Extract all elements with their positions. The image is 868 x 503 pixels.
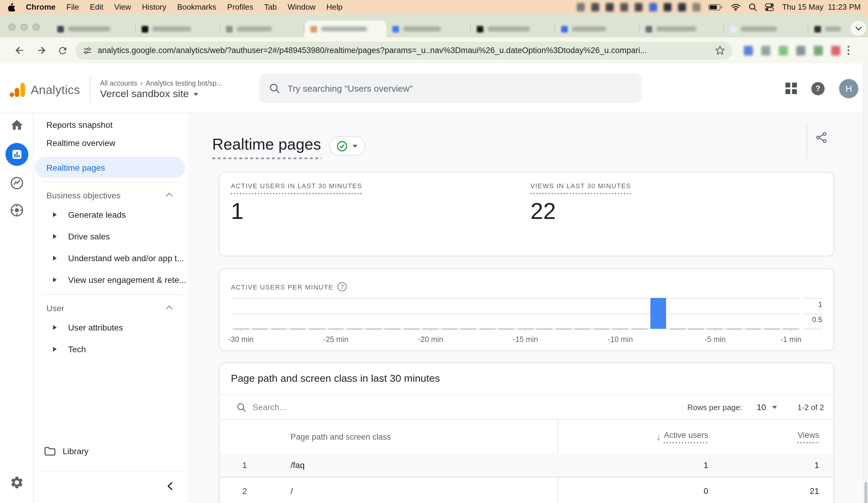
- column-header-page-path[interactable]: Page path and screen class: [267, 432, 558, 441]
- site-settings-icon[interactable]: [83, 45, 92, 55]
- apps-grid-icon[interactable]: [785, 83, 797, 94]
- column-header-active-users[interactable]: ↓ Active users: [558, 430, 708, 443]
- tab[interactable]: [220, 21, 304, 38]
- status-icon[interactable]: [635, 3, 643, 11]
- extension-icon[interactable]: [796, 45, 805, 55]
- status-icon[interactable]: [650, 3, 657, 11]
- status-icon[interactable]: [592, 3, 599, 11]
- scrollbar-track[interactable]: [863, 63, 868, 503]
- tab[interactable]: [724, 21, 808, 38]
- menu-item-profiles[interactable]: Profiles: [227, 2, 254, 11]
- apple-menu-icon[interactable]: [7, 2, 15, 11]
- rows-per-page-value[interactable]: 10: [757, 402, 766, 412]
- share-button[interactable]: [814, 130, 829, 145]
- property-switcher[interactable]: Vercel sandbox site: [100, 88, 223, 100]
- close-window-button[interactable]: [8, 23, 16, 31]
- explore-icon[interactable]: [9, 175, 24, 191]
- sidebar-item-view-user-engagement-rete[interactable]: View user engagement & rete...: [34, 269, 188, 291]
- back-button[interactable]: [10, 41, 28, 59]
- sidebar-item-user-attributes[interactable]: User attributes: [34, 317, 188, 338]
- menu-clock[interactable]: Thu 15 May 11:23 PM: [782, 2, 861, 11]
- menu-item-file[interactable]: File: [66, 2, 79, 11]
- admin-gear-icon[interactable]: [9, 475, 24, 490]
- status-icon[interactable]: [577, 3, 585, 11]
- tab-search-button[interactable]: [850, 21, 866, 35]
- sidebar-item-generate-leads[interactable]: Generate leads: [34, 204, 188, 226]
- tab[interactable]: [640, 21, 724, 38]
- data-quality-badge[interactable]: [329, 136, 365, 156]
- status-icon[interactable]: [606, 3, 614, 11]
- chart-minute-slot: [421, 298, 440, 329]
- chart-minute-slot: [668, 298, 687, 329]
- control-center-icon[interactable]: [765, 3, 774, 11]
- section-header-user[interactable]: User: [34, 300, 188, 317]
- omnibox[interactable]: analytics.google.com/analytics/web/?auth…: [75, 41, 732, 59]
- zoom-window-button[interactable]: [32, 23, 40, 31]
- advertising-icon[interactable]: [9, 203, 24, 218]
- extension-icon[interactable]: [744, 45, 753, 55]
- chevron-down-icon: [194, 93, 199, 95]
- rows-per-page-dropdown-icon[interactable]: [772, 406, 777, 409]
- tab-active[interactable]: [304, 21, 386, 38]
- column-header-views[interactable]: Views: [708, 430, 835, 443]
- sidebar-item-realtime-overview[interactable]: Realtime overview: [34, 134, 188, 152]
- metric-value: 1: [231, 198, 362, 224]
- extension-icons[interactable]: [744, 45, 840, 55]
- sidebar-item-realtime-pages[interactable]: Realtime pages: [35, 157, 185, 178]
- ga-search-bar[interactable]: [259, 74, 641, 103]
- chrome-menu-icon[interactable]: [847, 46, 849, 55]
- sidebar-item-tech[interactable]: Tech: [34, 338, 188, 360]
- analytics-logo-icon[interactable]: [8, 81, 27, 99]
- sidebar-item-reports-snapshot[interactable]: Reports snapshot: [34, 116, 188, 134]
- menu-item-bookmarks[interactable]: Bookmarks: [177, 2, 216, 11]
- status-icon[interactable]: [621, 3, 628, 11]
- menu-item-edit[interactable]: Edit: [90, 2, 103, 11]
- reports-icon[interactable]: [5, 143, 28, 166]
- sidebar-item-understand-web-and-or-app-t[interactable]: Understand web and/or app t...: [34, 247, 188, 269]
- spotlight-search-icon[interactable]: [749, 3, 757, 11]
- tab[interactable]: [136, 21, 220, 38]
- analytics-wordmark: Analytics: [31, 83, 80, 97]
- rows-per-page-label: Rows per page:: [688, 403, 742, 412]
- table-search[interactable]: [236, 402, 688, 412]
- status-icon[interactable]: [693, 3, 701, 11]
- menu-item-view[interactable]: View: [114, 2, 131, 11]
- scrollbar-thumb[interactable]: [865, 482, 867, 503]
- help-tooltip-icon[interactable]: ?: [338, 282, 347, 291]
- extension-icon[interactable]: [831, 45, 840, 55]
- tab[interactable]: [555, 21, 640, 38]
- ga-search-input[interactable]: [288, 83, 632, 93]
- sidebar-item-drive-sales[interactable]: Drive sales: [34, 226, 188, 247]
- reload-button[interactable]: [54, 41, 72, 59]
- collapse-sidebar-button[interactable]: [163, 479, 177, 493]
- status-icon[interactable]: [679, 3, 686, 11]
- help-icon[interactable]: ?: [812, 82, 825, 95]
- table-search-input[interactable]: [252, 402, 433, 412]
- minimize-window-button[interactable]: [21, 23, 28, 31]
- wifi-icon[interactable]: [731, 3, 741, 11]
- home-icon[interactable]: [10, 118, 23, 132]
- bookmark-star-icon[interactable]: [715, 45, 725, 55]
- status-icon[interactable]: [664, 3, 672, 11]
- sidebar-item-library[interactable]: Library: [34, 442, 188, 460]
- menu-item-window[interactable]: Window: [288, 2, 316, 11]
- tab[interactable]: [386, 21, 471, 38]
- menu-item-history[interactable]: History: [142, 2, 166, 11]
- tab[interactable]: [51, 21, 136, 38]
- expand-triangle-icon: [53, 347, 56, 352]
- menu-item-tab[interactable]: Tab: [264, 2, 277, 11]
- menu-item-help[interactable]: Help: [327, 2, 343, 11]
- tab[interactable]: [808, 21, 847, 38]
- extension-icon[interactable]: [814, 45, 823, 55]
- url-text[interactable]: analytics.google.com/analytics/web/?auth…: [98, 46, 710, 55]
- tab[interactable]: [471, 21, 555, 38]
- extension-icon[interactable]: [779, 45, 788, 55]
- section-header-business-objectives[interactable]: Business objectives: [34, 187, 188, 204]
- battery-icon[interactable]: [709, 3, 723, 11]
- menu-item-chrome[interactable]: Chrome: [26, 2, 55, 11]
- breadcrumb[interactable]: All accounts › Analytics testing bot/sp.…: [100, 80, 223, 87]
- account-avatar[interactable]: H: [839, 79, 858, 98]
- extension-icon[interactable]: [761, 45, 770, 55]
- status-menu-icons[interactable]: [577, 3, 701, 11]
- forward-button[interactable]: [32, 41, 50, 59]
